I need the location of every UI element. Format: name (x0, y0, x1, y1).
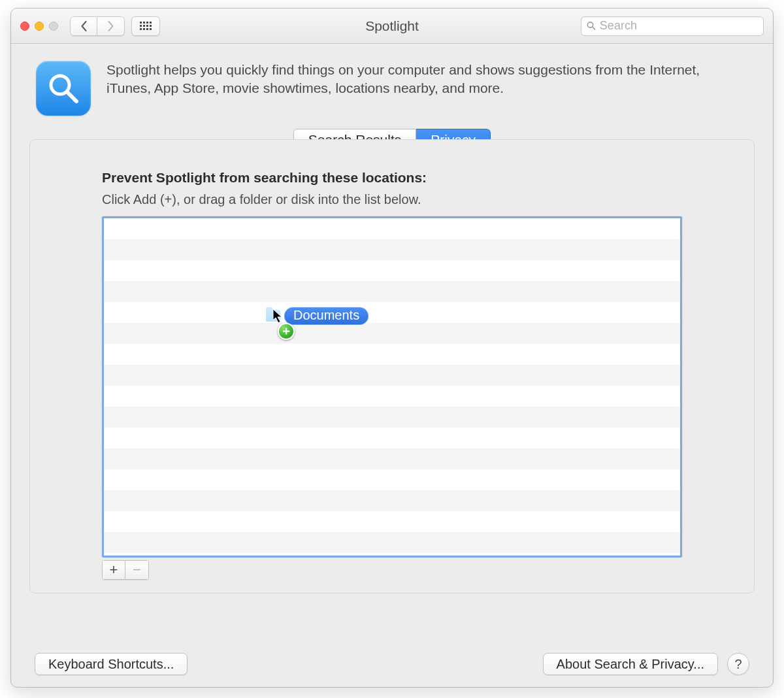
add-location-button[interactable]: + (102, 560, 125, 580)
search-icon (587, 21, 596, 31)
privacy-listbox[interactable]: Documents + (102, 216, 682, 557)
zoom-window-button (49, 22, 58, 31)
remove-location-button[interactable]: − (125, 560, 149, 580)
close-window-button[interactable] (20, 22, 29, 31)
privacy-panel: Prevent Spotlight from searching these l… (29, 139, 755, 593)
help-button[interactable]: ? (727, 653, 749, 675)
magnifying-glass-icon (46, 71, 80, 105)
listbox-wrap: Documents + (102, 216, 682, 557)
panel-subtitle: Click Add (+), or drag a folder or disk … (102, 192, 682, 207)
chevron-right-icon (106, 21, 115, 31)
show-all-button[interactable] (131, 16, 160, 36)
listbox-stripes (104, 218, 680, 556)
plus-icon: + (110, 561, 118, 578)
svg-point-0 (587, 22, 593, 27)
add-remove-segment: + − (102, 560, 149, 580)
search-wrap (581, 16, 764, 36)
about-search-privacy-button[interactable]: About Search & Privacy... (543, 653, 718, 675)
svg-line-1 (593, 27, 595, 29)
button-label: Keyboard Shortcuts... (48, 657, 174, 671)
search-field[interactable] (581, 16, 764, 36)
title-bar: Spotlight (11, 8, 773, 44)
keyboard-shortcuts-button[interactable]: Keyboard Shortcuts... (35, 653, 188, 675)
minimize-window-button[interactable] (35, 22, 44, 31)
header-area: Spotlight helps you quickly find things … (11, 44, 773, 127)
back-button[interactable] (70, 16, 97, 36)
window-controls (20, 22, 58, 31)
chevron-left-icon (80, 21, 88, 31)
spotlight-app-icon (36, 61, 91, 116)
minus-icon: − (133, 561, 141, 578)
search-input[interactable] (600, 19, 758, 33)
header-description: Spotlight helps you quickly find things … (106, 61, 748, 98)
nav-buttons (70, 16, 125, 36)
spotlight-preferences-window: Spotlight Spotlight helps you quickly fi… (10, 8, 774, 688)
svg-line-3 (67, 92, 76, 101)
forward-button[interactable] (97, 16, 125, 36)
footer: Keyboard Shortcuts... About Search & Pri… (11, 653, 773, 675)
grid-icon (140, 22, 152, 30)
question-mark-icon: ? (734, 657, 742, 671)
button-label: About Search & Privacy... (557, 657, 704, 671)
panel-title: Prevent Spotlight from searching these l… (102, 170, 682, 186)
